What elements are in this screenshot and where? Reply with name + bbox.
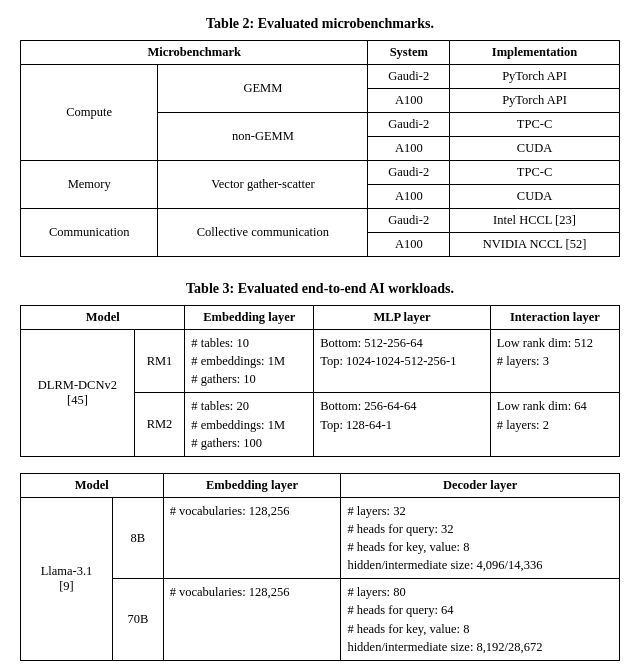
table2: Microbenchmark System Implementation Com… xyxy=(20,40,620,257)
table2-title: Table 2: Evaluated microbenchmarks. xyxy=(20,16,620,32)
table-row: Communication Collective communication G… xyxy=(21,209,620,233)
l70b-embedding: # vocabularies: 128,256 xyxy=(163,579,341,661)
table3-section: Table 3: Evaluated end-to-end AI workloa… xyxy=(20,281,620,661)
type-collective: Collective communication xyxy=(158,209,368,257)
rm1-embedding: # tables: 10 # embeddings: 1M # gathers:… xyxy=(185,330,314,393)
table3b: Model Embedding layer Decoder layer Llam… xyxy=(20,473,620,661)
t3a-header-mlp: MLP layer xyxy=(314,306,491,330)
system-a100-gemm: A100 xyxy=(368,89,450,113)
system-a100-comm: A100 xyxy=(368,233,450,257)
system-gaudi2-comm: Gaudi-2 xyxy=(368,209,450,233)
system-gaudi2-gemm: Gaudi-2 xyxy=(368,65,450,89)
system-gaudi2-mem: Gaudi-2 xyxy=(368,161,450,185)
l70b-decoder: # layers: 80 # heads for query: 64 # hea… xyxy=(341,579,620,661)
l8b-label: 8B xyxy=(112,497,163,579)
impl-pytorch-2: PyTorch API xyxy=(450,89,620,113)
t3a-header-embedding: Embedding layer xyxy=(185,306,314,330)
impl-tpcc-1: TPC-C xyxy=(450,113,620,137)
system-a100-mem: A100 xyxy=(368,185,450,209)
rm1-label: RM1 xyxy=(134,330,185,393)
rm1-mlp: Bottom: 512-256-64 Top: 1024-1024-512-25… xyxy=(314,330,491,393)
table2-header-system: System xyxy=(368,41,450,65)
t3b-header-embedding: Embedding layer xyxy=(163,473,341,497)
impl-pytorch-1: PyTorch API xyxy=(450,65,620,89)
t3a-header-interaction: Interaction layer xyxy=(490,306,619,330)
rm1-interaction: Low rank dim: 512 # layers: 3 xyxy=(490,330,619,393)
table-row: Memory Vector gather-scatter Gaudi-2 TPC… xyxy=(21,161,620,185)
impl-hccl: Intel HCCL [23] xyxy=(450,209,620,233)
rm2-embedding: # tables: 20 # embeddings: 1M # gathers:… xyxy=(185,393,314,456)
type-gemm: GEMM xyxy=(158,65,368,113)
llama-8b-row: Llama-3.1[9] 8B # vocabularies: 128,256 … xyxy=(21,497,620,579)
rm2-interaction: Low rank dim: 64 # layers: 2 xyxy=(490,393,619,456)
category-compute: Compute xyxy=(21,65,158,161)
l8b-decoder: # layers: 32 # heads for query: 32 # hea… xyxy=(341,497,620,579)
dlrm-label: DLRM-DCNv2[45] xyxy=(21,330,135,457)
l8b-embedding: # vocabularies: 128,256 xyxy=(163,497,341,579)
category-memory: Memory xyxy=(21,161,158,209)
t3b-header-decoder: Decoder layer xyxy=(341,473,620,497)
table3a: Model Embedding layer MLP layer Interact… xyxy=(20,305,620,457)
type-nongemm: non-GEMM xyxy=(158,113,368,161)
dlrm-rm1-row: DLRM-DCNv2[45] RM1 # tables: 10 # embedd… xyxy=(21,330,620,393)
t3a-header-model: Model xyxy=(21,306,185,330)
impl-cuda-2: CUDA xyxy=(450,185,620,209)
system-gaudi2-nongemm: Gaudi-2 xyxy=(368,113,450,137)
table-row: Compute GEMM Gaudi-2 PyTorch API xyxy=(21,65,620,89)
impl-nccl: NVIDIA NCCL [52] xyxy=(450,233,620,257)
table2-header-implementation: Implementation xyxy=(450,41,620,65)
t3b-header-model: Model xyxy=(21,473,164,497)
rm2-label: RM2 xyxy=(134,393,185,456)
l70b-label: 70B xyxy=(112,579,163,661)
table2-section: Table 2: Evaluated microbenchmarks. Micr… xyxy=(20,16,620,257)
category-communication: Communication xyxy=(21,209,158,257)
impl-cuda-1: CUDA xyxy=(450,137,620,161)
type-vector: Vector gather-scatter xyxy=(158,161,368,209)
table3-title: Table 3: Evaluated end-to-end AI workloa… xyxy=(20,281,620,297)
system-a100-nongemm: A100 xyxy=(368,137,450,161)
table2-header-microbenchmark: Microbenchmark xyxy=(21,41,368,65)
rm2-mlp: Bottom: 256-64-64 Top: 128-64-1 xyxy=(314,393,491,456)
impl-tpcc-2: TPC-C xyxy=(450,161,620,185)
llama-label: Llama-3.1[9] xyxy=(21,497,113,660)
